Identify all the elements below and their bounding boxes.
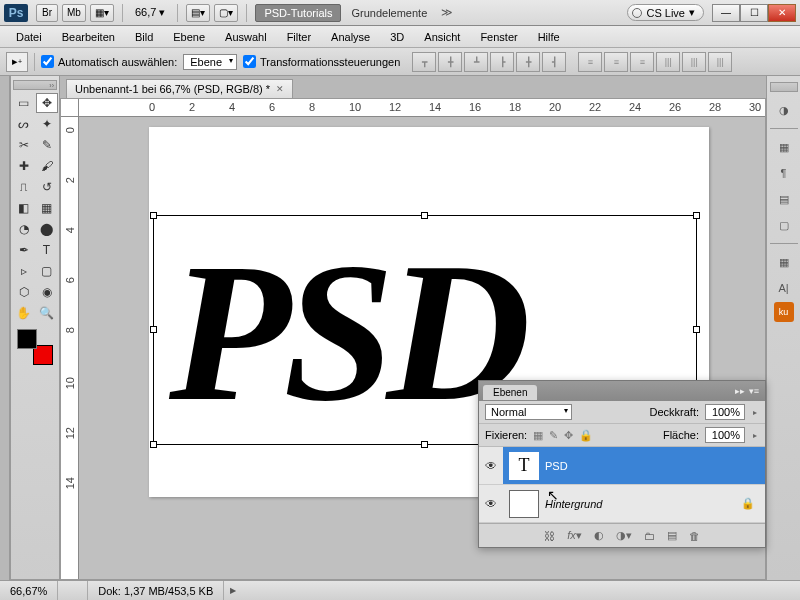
layer-name[interactable]: PSD (545, 460, 765, 472)
new-layer-icon[interactable]: ▤ (667, 529, 677, 542)
history-brush-tool[interactable]: ↺ (36, 177, 58, 197)
screenmode-button[interactable]: ▢▾ (214, 4, 238, 22)
workspace-active[interactable]: PSD-Tutorials (255, 4, 341, 22)
swatches-panel-icon[interactable]: ▦ (771, 135, 797, 159)
dist-bottom-button[interactable]: ≡ (630, 52, 654, 72)
opacity-slider-icon[interactable]: ▸ (751, 408, 759, 417)
layers-tab[interactable]: Ebenen (483, 385, 537, 400)
align-left-button[interactable]: ┣ (490, 52, 514, 72)
menu-ansicht[interactable]: Ansicht (416, 29, 468, 45)
adjustment-layer-icon[interactable]: ◑▾ (616, 529, 632, 542)
align-right-button[interactable]: ┫ (542, 52, 566, 72)
layer-fx-icon[interactable]: fx▾ (567, 529, 582, 542)
layer-name[interactable]: Hintergrund (545, 498, 731, 510)
3d-camera-tool[interactable]: ◉ (36, 282, 58, 302)
status-menu-icon[interactable]: ▶ (224, 586, 242, 595)
handle-bl[interactable] (150, 441, 157, 448)
menu-bearbeiten[interactable]: Bearbeiten (54, 29, 123, 45)
menu-auswahl[interactable]: Auswahl (217, 29, 275, 45)
dodge-tool[interactable]: ⬤ (36, 219, 58, 239)
arrange-button[interactable]: ▤▾ (186, 4, 210, 22)
eraser-tool[interactable]: ◧ (13, 198, 35, 218)
transform-center-icon[interactable]: ✥ (419, 324, 431, 336)
status-zoom[interactable]: 66,67% (0, 581, 58, 600)
lock-all-icon[interactable]: 🔒 (579, 429, 593, 442)
transform-controls-checkbox[interactable]: Transformationssteuerungen (243, 55, 400, 68)
dock-collapse[interactable] (770, 82, 798, 92)
status-doc-size[interactable]: Dok: 1,37 MB/453,5 KB (88, 581, 224, 600)
handle-tr[interactable] (693, 212, 700, 219)
handle-mr[interactable] (693, 326, 700, 333)
extras-button[interactable]: ▦▾ (90, 4, 114, 22)
align-bottom-button[interactable]: ┻ (464, 52, 488, 72)
handle-tm[interactable] (421, 212, 428, 219)
bridge-button[interactable]: Br (36, 4, 58, 22)
layer-row[interactable]: 👁 T PSD (479, 447, 765, 485)
rect-marquee-tool[interactable]: ▭ (13, 93, 35, 113)
zoom-tool[interactable]: 🔍 (36, 303, 58, 323)
panel-collapse-icon[interactable]: ▸▸ (733, 386, 747, 396)
handle-bm[interactable] (421, 441, 428, 448)
pen-tool[interactable]: ✒ (13, 240, 35, 260)
color-swatches[interactable] (17, 329, 53, 365)
align-top-button[interactable]: ┳ (412, 52, 436, 72)
blur-tool[interactable]: ◔ (13, 219, 35, 239)
workspace-more-icon[interactable]: ≫ (435, 6, 459, 19)
type-tool[interactable]: T (36, 240, 58, 260)
link-layers-icon[interactable]: ⛓ (544, 530, 555, 542)
menu-ebene[interactable]: Ebene (165, 29, 213, 45)
layer-thumb[interactable] (509, 490, 539, 518)
menu-analyse[interactable]: Analyse (323, 29, 378, 45)
menu-hilfe[interactable]: Hilfe (530, 29, 568, 45)
blend-mode-dropdown[interactable]: Normal (485, 404, 572, 420)
character-panel-icon[interactable]: A| (771, 276, 797, 300)
paragraph-panel-icon[interactable]: ¶ (771, 161, 797, 185)
magic-wand-tool[interactable]: ✦ (36, 114, 58, 134)
menu-bild[interactable]: Bild (127, 29, 161, 45)
lock-pixels-icon[interactable]: ✎ (549, 429, 558, 442)
heal-tool[interactable]: ✚ (13, 156, 35, 176)
fill-field[interactable]: 100% (705, 427, 745, 443)
adjustments-panel-icon[interactable]: ▦ (771, 250, 797, 274)
color-panel-icon[interactable]: ◑ (771, 98, 797, 122)
hand-tool[interactable]: ✋ (13, 303, 35, 323)
ruler-vertical[interactable]: 02468101214 (61, 117, 79, 579)
foreground-color-swatch[interactable] (17, 329, 37, 349)
fill-slider-icon[interactable]: ▸ (751, 431, 759, 440)
path-select-tool[interactable]: ▹ (13, 261, 35, 281)
dist-right-button[interactable]: ||| (708, 52, 732, 72)
visibility-icon[interactable]: 👁 (479, 447, 503, 484)
dist-hcenter-button[interactable]: ||| (682, 52, 706, 72)
delete-layer-icon[interactable]: 🗑 (689, 530, 700, 542)
3d-tool[interactable]: ⬡ (13, 282, 35, 302)
panel-menu-icon[interactable]: ▾≡ (747, 386, 761, 396)
document-tab[interactable]: Unbenannt-1 bei 66,7% (PSD, RGB/8) *✕ (66, 79, 293, 98)
lasso-tool[interactable]: ᔕ (13, 114, 35, 134)
menu-datei[interactable]: Datei (8, 29, 50, 45)
layer-thumb[interactable]: T (509, 452, 539, 480)
move-tool-icon[interactable]: ▸+ (6, 52, 28, 72)
opacity-field[interactable]: 100% (705, 404, 745, 420)
layer-group-icon[interactable]: 🗀 (644, 530, 655, 542)
shape-tool[interactable]: ▢ (36, 261, 58, 281)
crop-tool[interactable]: ✂ (13, 135, 35, 155)
minimize-button[interactable]: — (712, 4, 740, 22)
align-hcenter-button[interactable]: ╋ (516, 52, 540, 72)
handle-tl[interactable] (150, 212, 157, 219)
styles-panel-icon[interactable]: ▢ (771, 213, 797, 237)
menu-fenster[interactable]: Fenster (472, 29, 525, 45)
dist-left-button[interactable]: ||| (656, 52, 680, 72)
menu-3d[interactable]: 3D (382, 29, 412, 45)
brush-tool[interactable]: 🖌 (36, 156, 58, 176)
maximize-button[interactable]: ☐ (740, 4, 768, 22)
align-vcenter-button[interactable]: ╋ (438, 52, 462, 72)
cslive-button[interactable]: CS Live ▾ (627, 4, 704, 21)
stamp-tool[interactable]: ⎍ (13, 177, 35, 197)
dist-vcenter-button[interactable]: ≡ (604, 52, 628, 72)
layers-panel-icon[interactable]: ▤ (771, 187, 797, 211)
visibility-icon[interactable]: 👁 (479, 497, 503, 511)
zoom-field[interactable]: 66,7 ▾ (129, 6, 171, 19)
move-tool[interactable]: ✥ (36, 93, 58, 113)
lock-position-icon[interactable]: ✥ (564, 429, 573, 442)
auto-select-checkbox[interactable]: Automatisch auswählen: (41, 55, 177, 68)
